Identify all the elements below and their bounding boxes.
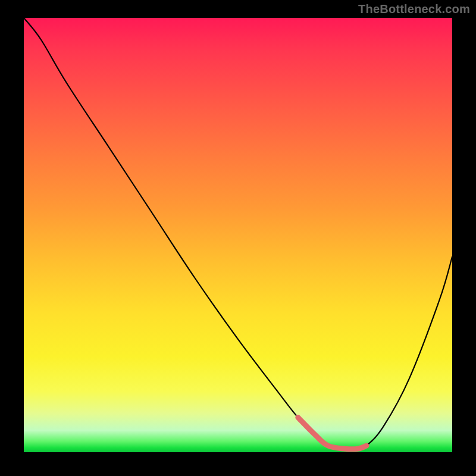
curve-main (24, 18, 452, 449)
chart-svg (24, 18, 452, 452)
plot-area (24, 18, 452, 452)
watermark-label: TheBottleneck.com (358, 2, 470, 16)
curve-highlight (298, 418, 367, 449)
chart-container: TheBottleneck.com (0, 0, 476, 476)
